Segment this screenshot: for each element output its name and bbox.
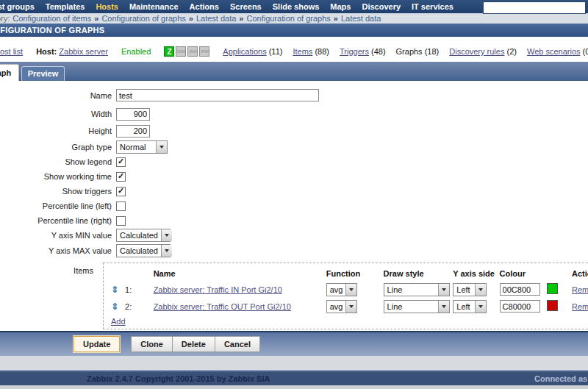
menu-hosts[interactable]: Hosts: [96, 2, 118, 11]
show-triggers-checkbox[interactable]: [116, 187, 126, 196]
page-title: CONFIGURATION OF GRAPHS: [0, 24, 588, 37]
breadcrumb-link[interactable]: Configuration of items: [12, 14, 91, 23]
cancel-button[interactable]: Cancel: [215, 336, 260, 352]
y-max-select[interactable]: Calculated: [116, 244, 171, 257]
show-legend-checkbox[interactable]: [116, 157, 126, 167]
menu-maintenance[interactable]: Maintenance: [129, 2, 179, 11]
ipmi-status-icon: IPMI: [199, 46, 209, 57]
col-header-colour: Colour: [500, 266, 545, 281]
tab-preview[interactable]: Preview: [21, 66, 65, 81]
show-triggers-label: Show triggers: [0, 187, 116, 196]
copyright-text: Zabbix 2.4.7 Copyright 2001-2015 by Zabb…: [87, 374, 270, 383]
breadcrumb-link[interactable]: Configuration of graphs: [246, 14, 330, 23]
host-list-link[interactable]: Host list: [0, 47, 23, 56]
snmp-status-icon: SNMP: [176, 46, 186, 57]
triggers-count: (48): [371, 47, 386, 56]
height-input[interactable]: [116, 125, 150, 138]
menu-discovery[interactable]: Discovery: [362, 2, 401, 11]
triggers-link[interactable]: Triggers: [340, 47, 369, 56]
footer: Zabbix 2.4.7 Copyright 2001-2015 by Zabb…: [0, 370, 588, 385]
function-select[interactable]: avg: [326, 300, 357, 313]
y-max-label: Y axis MAX value: [0, 246, 116, 255]
colour-swatch[interactable]: [547, 300, 558, 311]
zbx-status-icon: Z: [164, 46, 174, 57]
menu-actions[interactable]: Actions: [190, 2, 219, 11]
item-name-link[interactable]: Zabbix server: Traffic IN Port Gi2/10: [154, 285, 282, 294]
form-row-y-max: Y axis MAX value Calculated: [0, 243, 588, 258]
drag-handle-icon[interactable]: ⇕: [111, 301, 118, 312]
y-axis-side-select[interactable]: Left: [453, 300, 487, 313]
graph-type-label: Graph type: [0, 143, 116, 151]
web-scenarios-link[interactable]: Web scenarios: [527, 47, 581, 56]
tab-graph[interactable]: Graph: [0, 64, 19, 81]
add-item-link[interactable]: Add: [111, 317, 126, 326]
show-legend-label: Show legend: [0, 157, 116, 166]
form-row-items: Items Name Function Draw style Y axis si…: [0, 263, 588, 329]
menu-it-services[interactable]: IT services: [412, 2, 453, 11]
items-link[interactable]: Items: [293, 47, 312, 56]
percentile-left-checkbox[interactable]: [116, 201, 126, 211]
width-input[interactable]: [116, 108, 150, 121]
form-row-height: Height: [0, 123, 588, 139]
remove-link[interactable]: Remove: [572, 302, 588, 311]
breadcrumb-separator: »: [94, 14, 98, 23]
y-min-label: Y axis MIN value: [0, 231, 116, 240]
host-name-link[interactable]: Zabbix server: [59, 47, 108, 56]
page: Host groups Templates Hosts Maintenance …: [0, 0, 588, 389]
host-status[interactable]: Enabled: [121, 47, 151, 56]
breadcrumb-link[interactable]: Latest data: [341, 14, 381, 23]
update-button[interactable]: Update: [74, 336, 120, 352]
chevron-down-icon: [156, 141, 167, 153]
y-min-select[interactable]: Calculated: [116, 229, 171, 242]
y-axis-side-select[interactable]: Left: [453, 283, 487, 296]
remove-link[interactable]: Remove: [572, 285, 588, 294]
percentile-right-checkbox[interactable]: [116, 216, 126, 226]
drag-handle-icon[interactable]: ⇕: [111, 285, 118, 295]
clone-button[interactable]: Clone: [131, 336, 173, 352]
search-input[interactable]: [483, 1, 586, 14]
applications-count: (11): [269, 47, 283, 56]
graph-type-select[interactable]: Normal: [116, 140, 168, 154]
graph-form: Name Width Height Graph type Normal Show…: [0, 81, 588, 331]
items-label: Items: [0, 263, 93, 275]
discovery-rules-link[interactable]: Discovery rules: [449, 47, 504, 56]
breadcrumb-link[interactable]: Configuration of graphs: [101, 14, 185, 23]
colour-input[interactable]: [500, 283, 540, 296]
secondary-buttons: Clone Delete Cancel: [131, 336, 260, 352]
function-select[interactable]: avg: [326, 283, 357, 296]
items-table-box: Name Function Draw style Y axis side Col…: [103, 263, 588, 329]
menu-host-groups[interactable]: Host groups: [0, 2, 35, 11]
col-header-draw-style: Draw style: [376, 266, 452, 281]
item-name-link[interactable]: Zabbix server: Traffic OUT Port Gi2/10: [154, 302, 291, 311]
applications-link[interactable]: Applications: [223, 47, 266, 56]
breadcrumb-link[interactable]: Latest data: [196, 14, 236, 23]
chevron-down-icon: [345, 284, 356, 296]
web-scenarios-count: (0): [583, 47, 588, 56]
menu-slide-shows[interactable]: Slide shows: [273, 2, 320, 11]
draw-style-select[interactable]: Line: [384, 300, 450, 313]
colour-input[interactable]: [500, 300, 540, 313]
show-working-time-checkbox[interactable]: [116, 172, 126, 182]
col-header-action: Action: [570, 266, 588, 281]
form-row-y-min: Y axis MIN value Calculated: [0, 228, 588, 243]
draw-style-select[interactable]: Line: [384, 283, 450, 296]
breadcrumb-separator: »: [189, 14, 193, 23]
delete-button[interactable]: Delete: [172, 336, 215, 352]
spacer: [0, 385, 588, 389]
chevron-down-icon: [475, 284, 486, 296]
name-label: Name: [0, 91, 116, 100]
menu-templates[interactable]: Templates: [46, 2, 85, 11]
draw-style-value: Line: [384, 285, 438, 294]
form-row-width: Width: [0, 105, 588, 123]
menu-screens[interactable]: Screens: [230, 2, 262, 11]
menu-maps[interactable]: Maps: [330, 2, 351, 11]
breadcrumb-separator: »: [239, 14, 243, 23]
availability-icons: Z SNMP JMX IPMI: [164, 46, 209, 57]
colour-swatch[interactable]: [547, 283, 558, 294]
chevron-down-icon: [438, 301, 449, 313]
applications-link-group: Applications (11): [223, 47, 282, 56]
y-axis-side-value: Left: [453, 285, 475, 294]
connected-as-text: Connected as ': [534, 374, 588, 383]
name-input[interactable]: [116, 89, 319, 101]
discovery-rules-link-group: Discovery rules (2): [449, 47, 517, 56]
